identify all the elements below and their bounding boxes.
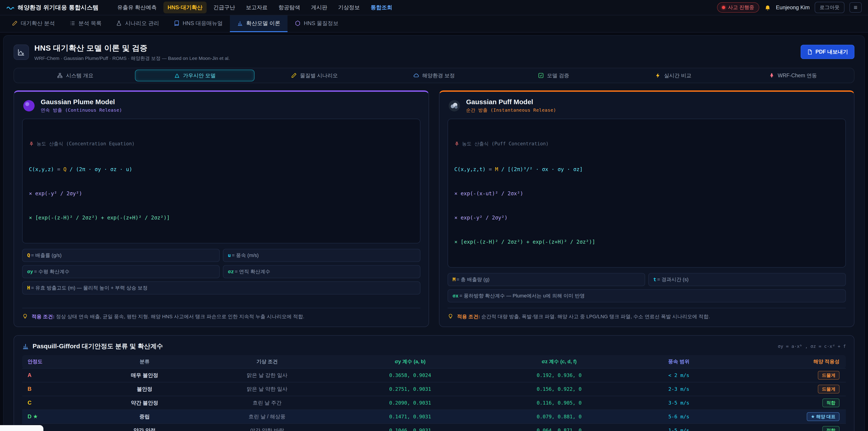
param-description: = 풍하방향 확산계수 — Plume에서는 u에 의해 이미 반영	[460, 293, 585, 299]
param-symbol: σz	[228, 269, 234, 274]
param-elapsed-time: t = 경과시간 (s)	[648, 273, 846, 286]
param-symbol: M	[453, 277, 456, 282]
tab-diffusion-model-theory[interactable]: 확산모델 이론	[230, 16, 287, 32]
puff-application-note: 적용 조건: 순간적 대량 방출, 폭발·탱크 파열. 해양 사고 중 LPG/…	[447, 308, 846, 320]
eq-denominator: / [(2π)³/² · σx · σy · σz]	[498, 166, 583, 172]
section-tabs: 시스템 개요 가우시안 모델 물질별 시나리오 해양환경 보정 모델 검증 실시…	[13, 68, 855, 83]
puff-equation-line-3: × exp(-y² / 2σy²)	[454, 214, 839, 222]
rocket-icon	[769, 72, 775, 79]
section-tab-label: 시스템 개요	[66, 72, 93, 79]
table-section-title: Pasquill-Gifford 대기안정도 분류 및 확산계수	[33, 342, 163, 350]
section-tab-label: 해양환경 보정	[422, 72, 455, 79]
model-cards: Gaussian Plume Model 연속 방출 (Continuous R…	[13, 90, 855, 327]
param-description: = 풍속 (m/s)	[232, 252, 258, 259]
param-description: = 연직 확산계수	[235, 268, 270, 275]
section-tab-label: 모델 검증	[547, 72, 569, 79]
section-tab-realtime-comparison[interactable]: 실시간 비교	[614, 70, 733, 81]
logout-button[interactable]: 로그아웃	[815, 2, 844, 13]
sigma-formula: σy = a·xᵇ , σz = c·xᵈ + f	[778, 343, 846, 349]
tab-label: 확산모델 이론	[246, 20, 280, 27]
nav-weather-info[interactable]: 기상정보	[334, 2, 364, 13]
section-tab-wrf-chem[interactable]: WRF-Chem 연동	[733, 70, 852, 81]
stability-category: 불안정	[93, 382, 196, 396]
section-tab-marine-correction[interactable]: 해양환경 보정	[374, 70, 494, 81]
applicability-badge: ★ 해양 대표	[807, 412, 839, 421]
brand[interactable]: 해양환경 위기대응 통합시스템	[6, 3, 98, 11]
wind-range: 5-6 m/s	[636, 410, 722, 424]
table-row-b[interactable]: B 불안정 맑은 날 약한 일사 0.2751, 0.9031 0.156, 0…	[22, 382, 846, 396]
puff-cloud-icon	[447, 99, 461, 113]
hexagon-icon	[295, 20, 301, 26]
section-tab-system-overview[interactable]: 시스템 개요	[16, 70, 135, 81]
plume-orb-icon	[22, 99, 36, 113]
header-stability: 안정도	[22, 355, 93, 368]
param-description: = 유효 방출고도 (m) — 물리적 높이 + 부력 상승 보정	[31, 284, 148, 291]
applicability-badge: 적합	[822, 426, 839, 431]
tab-label: HNS 대응매뉴얼	[183, 20, 223, 27]
eq-denominator: / (2π · σy · σz · u)	[66, 166, 132, 172]
note-label: 적용 조건:	[457, 314, 480, 319]
eq-lhs: C(x,y,z)	[29, 166, 54, 172]
nav-integrated-search[interactable]: 통합조회	[367, 2, 397, 13]
nav-right-area: 사고 진행중 Eunjeong Kim 로그아웃 ≡	[717, 2, 862, 13]
plume-application-note: 적용 조건: 정상 상태 연속 배출, 균일 풍속, 평탄 지형. 해양 HNS…	[22, 308, 421, 320]
table-row-a[interactable]: A 매우 불안정 맑은 날 강한 일사 0.3658, 0.9024 0.192…	[22, 368, 846, 382]
param-symbol: Q	[27, 252, 30, 258]
section-tab-model-validation[interactable]: 모델 검증	[494, 70, 614, 81]
stability-grade: A	[22, 368, 93, 382]
nav-reports[interactable]: 보고자료	[242, 2, 272, 13]
nav-oil-spill-prediction[interactable]: 유출유 확산예측	[113, 2, 161, 13]
eq-lhs: C(x,y,z,t)	[454, 166, 486, 172]
partial-overlay-sliver	[0, 425, 43, 431]
table-row-d-highlighted[interactable]: D ★ 중립 흐린 날 / 해상풍 0.1471, 0.9031 0.079, …	[22, 410, 846, 424]
param-symbol: t	[653, 277, 656, 282]
plume-card-title: Gaussian Plume Model	[41, 98, 122, 106]
stability-category: 매우 불안정	[93, 368, 196, 382]
sigma-z-coefficients: 0.156, 0.922, 0	[483, 382, 636, 396]
eq-sign: =	[54, 166, 64, 172]
incident-badge-label: 사고 진행중	[728, 4, 754, 11]
section-tab-substance-scenarios[interactable]: 물질별 시나리오	[254, 70, 374, 81]
marine-applicability-cell: 드물게	[722, 368, 846, 382]
tab-dispersion-analysis[interactable]: 대기확산 분석	[4, 16, 62, 32]
cloud-icon	[413, 72, 419, 79]
bell-icon[interactable]	[764, 4, 771, 11]
wave-logo-icon	[6, 3, 14, 11]
nav-emergency-rescue[interactable]: 긴급구난	[209, 2, 239, 13]
puff-equation-line-4: × [exp(-(z-H)² / 2σz²) + exp(-(z+H)² / 2…	[454, 238, 839, 246]
section-tab-gaussian-model[interactable]: 가우시안 모델	[135, 70, 254, 81]
table-row-e[interactable]: E 약간 안정 야간 약한 바람 0.1046, 0.9031 0.064, 0…	[22, 424, 846, 431]
sigma-y-coefficients: 0.1046, 0.9031	[338, 424, 483, 431]
param-description: = 수평 확산계수	[34, 268, 70, 275]
nav-hns-atmospheric[interactable]: HNS·대기확산	[163, 2, 207, 13]
tab-analysis-list[interactable]: 분석 목록	[62, 16, 109, 32]
bar-chart-icon	[237, 20, 243, 26]
stability-grade: C	[22, 396, 93, 410]
tab-hns-substance-info[interactable]: HNS 물질정보	[287, 16, 346, 32]
top-navigation-bar: 해양환경 위기대응 통합시스템 유출유 확산예측 HNS·대기확산 긴급구난 보…	[0, 0, 868, 16]
nav-aerial-search[interactable]: 항공탐색	[274, 2, 304, 13]
list-icon	[69, 20, 75, 26]
tab-label: 분석 목록	[79, 20, 102, 27]
pasquill-gifford-section: Pasquill-Gifford 대기안정도 분류 및 확산계수 σy = a·…	[13, 335, 855, 431]
bar-chart-icon	[22, 343, 29, 350]
equation-caption-text: 농도 산출식 (Puff Concentration)	[462, 140, 549, 148]
hamburger-menu-icon[interactable]: ≡	[849, 2, 862, 13]
lightbulb-icon	[447, 313, 454, 319]
table-header-row: 안정도 분류 기상 조건 σy 계수 (a, b) σz 계수 (c, d, f…	[22, 355, 846, 368]
page-header: HNS 대기확산 모델 이론 및 검증 WRF-Chem · Gaussian …	[4, 36, 864, 68]
param-total-mass: M = 총 배출량 (g)	[447, 273, 645, 286]
eq-source-term: Q	[63, 166, 66, 172]
tab-hns-response-manual[interactable]: HNS 대응매뉴얼	[166, 16, 230, 32]
puff-equation-block: 농도 산출식 (Puff Concentration) C(x,y,z,t) =…	[447, 119, 846, 268]
header-weather: 기상 조건	[196, 355, 338, 368]
table-row-c[interactable]: C 약간 불안정 흐린 날 주간 0.2090, 0.9031 0.116, 0…	[22, 396, 846, 410]
tab-scenario-management[interactable]: 시나리오 관리	[109, 16, 166, 32]
pdf-export-button[interactable]: PDF 내보내기	[801, 45, 855, 59]
main-menu: 유출유 확산예측 HNS·대기확산 긴급구난 보고자료 항공탐색 게시판 기상정…	[113, 2, 712, 13]
stability-category: 중립	[93, 410, 196, 424]
nav-board[interactable]: 게시판	[307, 2, 331, 13]
puff-card-subtitle: 순간 방출 (Instantaneous Release)	[466, 107, 556, 113]
applicability-badge: 드물게	[818, 371, 839, 380]
stability-grade: D ★	[22, 410, 93, 424]
